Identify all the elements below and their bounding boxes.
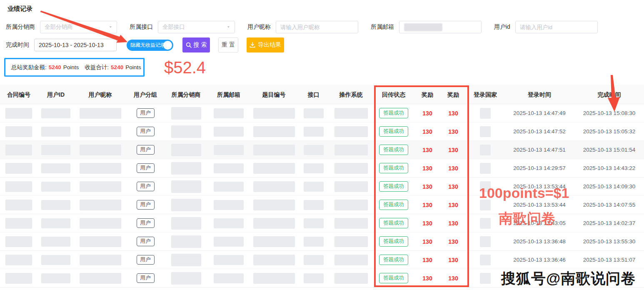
redacted-cell [37, 108, 74, 118]
redacted-cell [250, 255, 298, 265]
redacted-value [5, 218, 32, 229]
redacted-cell [74, 126, 126, 137]
income-total-label: 收益合计: [85, 64, 109, 71]
redacted-value [214, 218, 244, 228]
user-group-cell: 用户 [126, 182, 165, 191]
table-row: 用户答题成功1301302025-10-13 14:47:512025-10-1… [0, 141, 644, 159]
redacted-value [80, 218, 121, 229]
redacted-value [80, 126, 121, 137]
user-group-tag: 用户 [137, 127, 155, 136]
redacted-value [304, 237, 324, 247]
redacted-value [80, 145, 121, 155]
redacted-cell [74, 236, 126, 247]
table-body: 用户答题成功1301302025-10-13 14:47:492025-10-1… [0, 104, 644, 288]
redacted-cell [165, 162, 207, 175]
redacted-value [304, 127, 324, 137]
nickname-input[interactable] [276, 21, 358, 33]
reward-cell: 130 [414, 275, 440, 282]
distributor-select[interactable]: 全部分销商 ▼ [40, 21, 117, 33]
column-header-1: 合同编号 [0, 91, 37, 99]
reward-value: 130 [448, 275, 458, 282]
interface-select[interactable]: 全部接口 ▼ [158, 21, 235, 33]
user-group-tag: 用户 [137, 145, 155, 155]
redacted-cell [466, 181, 504, 192]
completed-time-cell: 2025-10-13 13:55:30 [574, 238, 644, 245]
redacted-value [41, 200, 70, 210]
callback-status-cell: 答题成功 [373, 218, 414, 228]
redacted-value [171, 162, 201, 175]
redacted-value [5, 273, 32, 284]
redacted-value [41, 163, 70, 173]
redacted-cell [329, 145, 373, 155]
redacted-cell [74, 255, 126, 265]
distributor-select-value: 全部分销商 [45, 23, 73, 31]
redacted-cell [37, 237, 74, 247]
completed-time-cell: 2025-10-13 14:02:37 [574, 220, 644, 226]
redacted-value [253, 163, 295, 174]
email-input[interactable] [399, 21, 482, 33]
login-time-cell: 2025-10-13 13:53:44 [504, 202, 574, 208]
user-id-filter: 用户id [494, 21, 598, 33]
completed-time: 2025-10-13 13:51:07 [583, 257, 635, 263]
redacted-cell [37, 255, 74, 265]
login-time: 2025-10-13 13:53:44 [513, 202, 565, 208]
status-badge: 答题成功 [379, 163, 408, 173]
search-button-label: 搜 索 [194, 41, 207, 49]
completed-time-cell: 2025-10-13 14:43:22 [574, 165, 644, 171]
redacted-cell [37, 127, 74, 137]
reward-value: 130 [422, 183, 432, 190]
reward-value: 130 [448, 110, 458, 117]
interface-select-value: 全部接口 [162, 23, 185, 31]
reward-cell: 130 [440, 220, 466, 227]
callback-status-cell: 答题成功 [373, 126, 414, 137]
completed-time-range-input[interactable] [34, 39, 117, 51]
redacted-cell [207, 108, 250, 118]
redacted-value [80, 273, 121, 284]
redacted-value [304, 255, 324, 265]
redacted-cell [466, 218, 504, 229]
status-badge: 答题成功 [379, 126, 408, 137]
redacted-cell [329, 181, 373, 192]
reward-value: 130 [448, 202, 458, 208]
redacted-cell [250, 218, 298, 229]
redacted-cell [165, 180, 207, 193]
table-row: 用户答题成功1301302025-10-13 13:36:482025-10-1… [0, 232, 644, 251]
reset-button[interactable]: 重 置 [218, 38, 238, 52]
redacted-cell [165, 235, 207, 248]
table-row: 用户答题成功130130 [0, 269, 644, 288]
user-group-cell: 用户 [126, 163, 165, 173]
export-button[interactable]: 导出结果 [247, 38, 284, 52]
page-title: 业绩记录 [7, 5, 32, 13]
hide-no-income-toggle[interactable]: 隐藏无收益记录 [127, 40, 173, 51]
redacted-cell [207, 237, 250, 247]
user-group-cell: 用户 [126, 145, 165, 155]
filter-row-2: 完成时间 隐藏无收益记录 搜 索 重 置 导出结果 [6, 38, 284, 52]
user-id-input[interactable] [515, 21, 598, 33]
reward-cell: 130 [414, 220, 440, 227]
redacted-value [334, 273, 368, 284]
status-badge: 答题成功 [379, 108, 408, 118]
nickname-filter: 用户昵称 [247, 21, 358, 33]
column-header-10: 回传状态 [373, 91, 414, 99]
reward-cell: 130 [440, 147, 466, 153]
search-button[interactable]: 搜 索 [182, 38, 210, 52]
redacted-cell [466, 236, 504, 247]
redacted-value [304, 200, 324, 210]
user-group-tag: 用户 [137, 237, 155, 246]
search-icon [186, 42, 192, 48]
total-reward-value: 5240 [49, 64, 61, 70]
user-group-cell: 用户 [126, 273, 165, 283]
redacted-cell [74, 108, 126, 119]
redacted-value [253, 108, 295, 119]
reward-cell: 130 [440, 202, 466, 208]
completed-time: 2025-10-13 13:55:30 [583, 238, 635, 245]
redacted-cell [207, 218, 250, 228]
reward-value: 130 [422, 257, 432, 263]
reward-value: 130 [448, 257, 458, 263]
column-header-5: 所属分销商 [165, 91, 207, 99]
redacted-value [480, 181, 491, 192]
redacted-cell [37, 218, 74, 228]
interface-label: 所属接口 [130, 23, 153, 31]
redacted-cell [165, 125, 207, 138]
redacted-cell [74, 200, 126, 210]
